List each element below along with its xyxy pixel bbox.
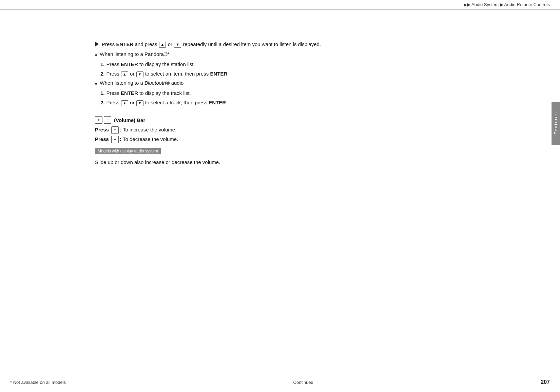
arrow-item-text: Press ENTER and press ▲ or ▼ repeatedly …: [102, 40, 321, 48]
step1-label: 1.: [100, 60, 105, 68]
down-btn: ▼: [136, 71, 143, 77]
slide-text: Slide up or down also increase or decrea…: [95, 158, 516, 166]
pandora-bullet-text: When listening to a Pandora®*: [100, 51, 169, 57]
continued-text: Continued: [293, 380, 313, 385]
bluetooth-section: • When listening to a Bluetooth® audio 1…: [95, 80, 516, 107]
press-label-1: Press: [95, 127, 109, 132]
pandora-step2: 2. Press ▲ or ▼ to select an item, then …: [100, 70, 516, 78]
badge-container: Models with display audio system: [95, 145, 516, 156]
step2-text: Press ▲ or ▼ to select an item, then pre…: [107, 70, 229, 78]
bluetooth-bullet: • When listening to a Bluetooth® audio: [95, 80, 516, 88]
volume-increase-row: Press +: To increase the volume.: [95, 126, 516, 134]
features-label: Features: [553, 112, 558, 135]
up-arrow-btn: ▲: [159, 42, 166, 47]
features-sidebar-tab: Features: [552, 102, 560, 145]
volume-bar-label: (Volume) Bar: [114, 117, 145, 123]
step1-text: Press ENTER to display the station list.: [107, 60, 195, 68]
pandora-section: • When listening to a Pandora®* 1. Press…: [95, 51, 516, 78]
main-content: Press ENTER and press ▲ or ▼ repeatedly …: [0, 23, 536, 180]
decrease-text: To decrease the volume.: [123, 136, 178, 142]
plus-inline-btn: +: [111, 126, 119, 134]
up-btn-2: ▲: [121, 100, 128, 106]
step2-label: 2.: [100, 70, 105, 78]
bluetooth-step1: 1. Press ENTER to display the track list…: [100, 89, 516, 97]
increase-text: To increase the volume.: [123, 127, 176, 132]
bt-step2-label: 2.: [100, 99, 105, 107]
page-number: 207: [541, 379, 550, 385]
footnote-text: * Not available on all models: [10, 380, 66, 385]
pandora-step1: 1. Press ENTER to display the station li…: [100, 60, 516, 68]
bullet-dot-2: •: [95, 80, 97, 88]
down-arrow-btn: ▼: [174, 42, 181, 47]
volume-section: + − (Volume) Bar Press +: To increase th…: [95, 116, 516, 166]
minus-vol-icon: −: [104, 116, 111, 124]
bluetooth-step2: 2. Press ▲ or ▼ to select a track, then …: [100, 99, 516, 107]
plus-vol-icon: +: [95, 116, 102, 124]
arrow-item: Press ENTER and press ▲ or ▼ repeatedly …: [95, 40, 516, 48]
bt-step1-label: 1.: [100, 89, 105, 97]
divider: [0, 9, 560, 10]
display-audio-badge: Models with display audio system: [95, 148, 161, 154]
page-header: ▶▶ Audio System ▶ Audio Remote Controls: [0, 0, 560, 9]
up-btn: ▲: [121, 71, 128, 77]
pandora-bullet: • When listening to a Pandora®*: [95, 51, 516, 60]
bullet-dot: •: [95, 51, 97, 60]
page-footer: * Not available on all models Continued …: [0, 379, 560, 385]
down-btn-2: ▼: [136, 100, 143, 106]
arrow-right-icon: [95, 41, 98, 47]
volume-decrease-row: Press −: To decrease the volume.: [95, 135, 516, 143]
bt-step2-text: Press ▲ or ▼ to select a track, then pre…: [107, 99, 228, 107]
minus-inline-btn: −: [111, 136, 119, 143]
press-label-2: Press: [95, 136, 109, 142]
bt-step1-text: Press ENTER to display the track list.: [107, 89, 191, 97]
volume-title-row: + − (Volume) Bar: [95, 116, 516, 124]
bluetooth-bullet-text: When listening to a Bluetooth® audio: [100, 80, 184, 86]
breadcrumb: ▶▶ Audio System ▶ Audio Remote Controls: [464, 2, 550, 7]
enter-keyword: ENTER: [116, 41, 134, 47]
